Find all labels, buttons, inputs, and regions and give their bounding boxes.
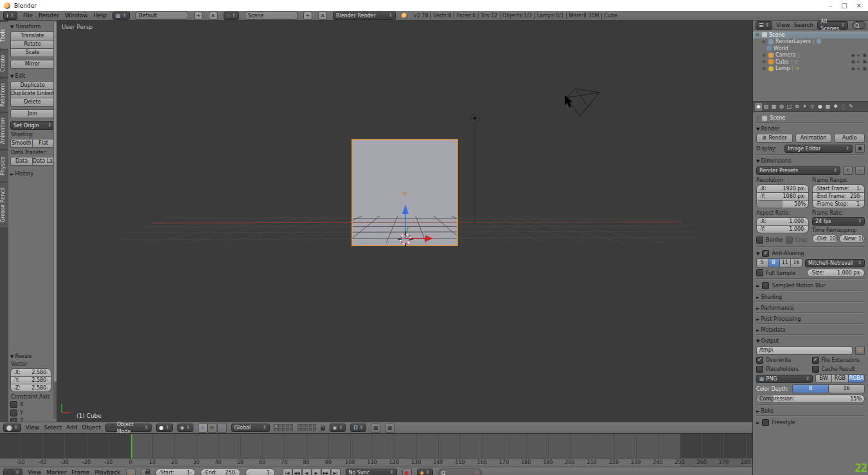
layer-cell[interactable] [274, 428, 278, 431]
layer-cell[interactable] [290, 424, 293, 427]
layer-cell[interactable] [297, 424, 301, 427]
outliner-item-cube[interactable]: ⊕ Cube|▽ ◉▸▣ [753, 58, 868, 66]
properties-tab-constraints-icon[interactable]: ⧉ [793, 103, 801, 111]
full-sample-checkbox[interactable] [756, 269, 763, 276]
rotate-button[interactable]: Rotate [10, 40, 55, 49]
clear-keying-set-icon[interactable]: ✕ [474, 470, 479, 475]
menu-view[interactable]: View [26, 424, 39, 432]
layer-cell[interactable] [309, 424, 312, 427]
menu-file[interactable]: File [23, 12, 33, 20]
antialiasing-checkbox[interactable] [762, 250, 769, 257]
expand-icon[interactable]: ⊖ [756, 32, 760, 37]
menu-frame[interactable]: Frame [71, 469, 89, 475]
lamp-object[interactable] [470, 114, 479, 224]
timeline-ruler[interactable]: -50-40-30-20-100102030405060708090100110… [0, 458, 752, 467]
panel-shading-header[interactable]: Shading [756, 294, 865, 300]
properties-tab-world-icon[interactable]: ◍ [778, 103, 785, 111]
menu-search[interactable]: Search [793, 21, 813, 30]
screen-layout-icon-button[interactable]: ▦↕ [112, 12, 129, 20]
scale-button[interactable]: Scale [10, 49, 55, 57]
layer-cell[interactable] [282, 428, 285, 431]
editor-type-button[interactable]: ⬤↕ [3, 424, 21, 432]
visibility-toggle[interactable]: ◉ [851, 59, 855, 64]
timeline-playhead[interactable] [131, 434, 132, 458]
properties-tab-scene-icon[interactable]: ▦ [770, 103, 777, 111]
aa-samples-5-button[interactable]: 5 [756, 258, 768, 267]
duplicate-button[interactable]: Duplicate [10, 81, 55, 90]
keying-set-select[interactable]: ◆↕ [417, 469, 433, 475]
aa-samples-16-button[interactable]: 16 [790, 258, 802, 267]
panel-output-header[interactable]: Output [756, 338, 865, 344]
delete-button[interactable]: Delete [10, 98, 55, 107]
play-reverse-button[interactable]: ◀ [302, 469, 312, 475]
properties-tab-material-icon[interactable]: ● [817, 103, 824, 111]
properties-tab-object-icon[interactable]: □ [786, 103, 793, 111]
output-path-field[interactable]: /tmp\ [756, 346, 853, 355]
current-frame-field[interactable]: ‹1› [245, 469, 275, 475]
placeholders-checkbox[interactable] [756, 366, 763, 373]
flat-button[interactable]: Flat [32, 139, 55, 148]
minimize-button[interactable]: – [829, 2, 832, 9]
layer-cell[interactable] [313, 424, 316, 427]
layer-cell[interactable] [301, 424, 305, 427]
panel-antialiasing-header[interactable] [756, 251, 759, 256]
panel-transform-header[interactable]: Transform [10, 24, 55, 30]
depth-16-button[interactable]: 16 [828, 384, 865, 393]
data-layout-button[interactable]: Data Layo [32, 157, 55, 166]
end-frame-field[interactable]: ‹End Frame:250› [812, 193, 865, 201]
lock-icon[interactable] [321, 426, 325, 431]
vector-y-field[interactable]: ‹Y:2.580› [10, 377, 51, 384]
layers-grid-1[interactable] [274, 424, 293, 431]
frame-rate-select[interactable]: 24 fps↕ [812, 217, 865, 226]
tab-grease-pencil[interactable]: Grease Pencil [0, 183, 8, 228]
panel-metadata-header[interactable]: Metadata [756, 327, 865, 333]
join-button[interactable]: Join [10, 109, 55, 118]
channels-rgba-button[interactable]: RGBA [848, 374, 865, 383]
properties-tab-render-layers-icon[interactable]: ▤ [763, 103, 770, 111]
resolution-scale-slider[interactable]: 50% [756, 201, 809, 208]
menu-add[interactable]: Add [66, 424, 77, 432]
camera-object[interactable] [567, 89, 599, 116]
proportional-edit-select[interactable]: ◉↕ [330, 424, 346, 432]
active-keying-set-field[interactable]: ✕ [438, 469, 482, 475]
tool-shelf-scrollbar[interactable] [53, 22, 57, 419]
channels-bw-button[interactable]: BW [815, 374, 831, 383]
render-button[interactable]: 🗎 Render [756, 134, 793, 143]
render-presets-select[interactable]: Render Presets↕ [756, 166, 840, 175]
start-frame-field[interactable]: ‹Start Frame:1› [812, 184, 865, 193]
menu-view[interactable]: View [28, 469, 41, 475]
properties-tab-object-data-icon[interactable]: ▽ [809, 103, 816, 111]
aa-size-field[interactable]: ‹Size:1.000 px› [807, 269, 865, 277]
cache-result-checkbox[interactable] [812, 366, 819, 373]
tab-physics[interactable]: Physics [0, 150, 8, 181]
outliner-item-world[interactable]: World [753, 45, 868, 52]
menu-playback[interactable]: Playback [94, 469, 120, 475]
mirror-button[interactable]: Mirror [10, 60, 55, 69]
manipulator-translate-button[interactable]: ✛ [198, 424, 208, 433]
layer-cell[interactable] [313, 428, 316, 431]
sync-mode-select[interactable]: No Sync↕ [346, 469, 397, 475]
selectability-toggle[interactable]: ▸ [858, 59, 860, 64]
mode-select[interactable]: ⬛Object Mode↕ [105, 424, 152, 432]
tab-animation[interactable]: Animation [0, 113, 8, 149]
display-filter-select[interactable]: All Scenes↕ [817, 21, 847, 30]
resolution-y-field[interactable]: ‹Y:1080 px› [756, 193, 809, 201]
vector-x-field[interactable]: ‹X:2.580› [10, 368, 51, 377]
properties-tab-physics-icon[interactable]: ◌ [840, 103, 847, 111]
render-opengl-button[interactable]: ▦ [371, 424, 380, 433]
pivot-point-select[interactable]: ◈↕ [177, 424, 193, 432]
file-extensions-checkbox[interactable] [812, 357, 819, 364]
properties-tab-freestyle-linestyle-icon[interactable]: ✎ [847, 103, 855, 111]
constraint-y-checkbox[interactable] [10, 409, 17, 417]
layer-cell[interactable] [286, 424, 289, 427]
pin-icon[interactable]: ⚲ [756, 116, 759, 121]
menu-window[interactable]: Window [65, 12, 88, 20]
snap-select[interactable]: Ω↕ [350, 424, 366, 432]
panel-post-processing-header[interactable]: Post Processing [756, 316, 865, 322]
panel-render-header[interactable]: Render [756, 126, 865, 132]
outliner-item-lamp[interactable]: ⊕ Lamp|✳ ◉▸▣ [753, 66, 868, 73]
scene-field[interactable]: Scene [245, 12, 297, 20]
viewport-3d[interactable]: User Persp [57, 21, 752, 422]
add-preset-button[interactable]: + [843, 166, 853, 175]
render-toggle[interactable]: ▣ [862, 53, 867, 58]
